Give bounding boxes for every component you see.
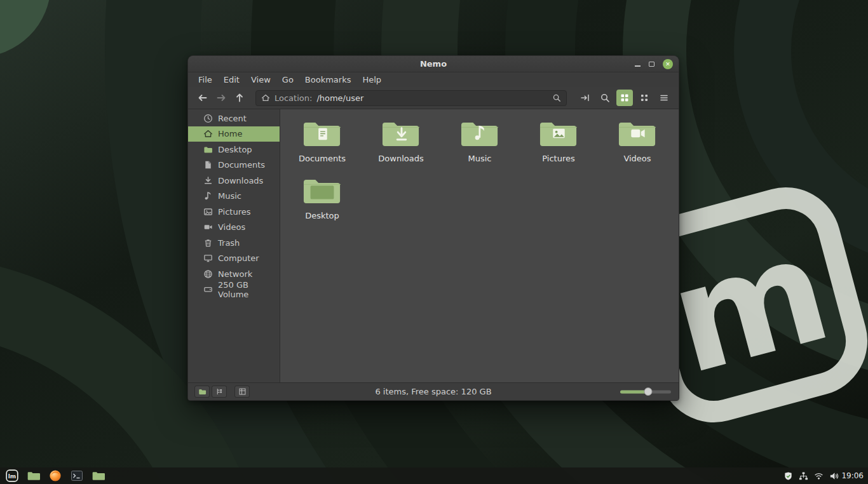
compact-view-button[interactable] (636, 90, 653, 106)
volume-icon (829, 471, 839, 481)
zoom-slider-track[interactable] (620, 390, 671, 393)
folder-icon (203, 145, 213, 154)
menu-edit[interactable]: Edit (218, 72, 245, 87)
mint-logo-icon: lm (6, 469, 18, 482)
sidebar-item-recent[interactable]: Recent (188, 111, 280, 126)
location-bar[interactable]: Location: /home/user (255, 90, 567, 106)
menu-button[interactable] (656, 90, 672, 106)
file-view[interactable]: DocumentsDownloadsMusicPicturesVideosDes… (280, 109, 679, 382)
nemo-window-launcher[interactable] (91, 468, 106, 483)
close-button[interactable]: ✕ (663, 59, 673, 69)
terminal-launcher[interactable] (69, 468, 85, 483)
sidebar-item-label: Desktop (218, 145, 252, 154)
tree-icon (215, 387, 224, 396)
titlebar[interactable]: Nemo ✕ (188, 56, 679, 72)
arrow-up-icon (234, 93, 245, 103)
folder-icon (198, 387, 207, 396)
update-manager-tray-icon[interactable] (783, 471, 793, 481)
picture-icon (203, 207, 213, 217)
volume-tray-icon[interactable] (829, 471, 839, 481)
sidebar-item-label: Videos (218, 222, 245, 232)
toolbar: Location: /home/user (188, 87, 679, 109)
files-launcher[interactable] (26, 468, 41, 483)
sidebar-item-music[interactable]: Music (188, 189, 280, 205)
folder-download-icon (381, 119, 421, 149)
nemo-window: Nemo ✕ FileEditViewGoBookmarksHelp Locat… (188, 56, 679, 400)
menu-file[interactable]: File (193, 72, 218, 87)
menu-help[interactable]: Help (356, 72, 387, 87)
folder-music-icon (460, 119, 499, 149)
show-places-button[interactable] (194, 386, 210, 398)
video-icon (203, 222, 213, 232)
sidebar-item-label: Computer (218, 253, 259, 263)
window-title: Nemo (420, 59, 447, 69)
folder-desktop-icon (302, 177, 342, 206)
file-label: Documents (299, 154, 346, 163)
sidebar-item-label: 250 GB Volume (218, 280, 280, 299)
toggle-location-entry-button[interactable] (577, 90, 593, 106)
sidebar-item-trash[interactable]: Trash (188, 235, 280, 251)
file-label: Downloads (378, 154, 423, 163)
menu-go[interactable]: Go (276, 72, 299, 87)
network-tree-icon (799, 471, 808, 481)
search-icon[interactable] (552, 93, 561, 102)
file-music[interactable]: Music (440, 119, 519, 177)
sidebar-item-label: Recent (218, 114, 247, 123)
grid-view-icon (620, 93, 630, 103)
folder-video-icon (618, 119, 657, 149)
terminal-icon (71, 469, 83, 482)
sidebar-item-250-gb-volume[interactable]: 250 GB Volume (188, 282, 280, 298)
minimize-button[interactable] (635, 65, 641, 67)
sidebar-item-home[interactable]: Home (188, 126, 280, 142)
icon-view-button[interactable] (616, 90, 633, 106)
home-icon (261, 93, 270, 102)
sidebar-item-computer[interactable]: Computer (188, 251, 280, 267)
menu-bookmarks[interactable]: Bookmarks (299, 72, 357, 87)
back-button[interactable] (194, 90, 211, 106)
sidebar-item-desktop[interactable]: Desktop (188, 142, 280, 158)
show-treeview-button[interactable] (212, 386, 227, 398)
svg-text:lm: lm (8, 473, 16, 480)
zoom-slider-knob[interactable] (644, 387, 653, 396)
network-tray-icon[interactable] (799, 471, 808, 481)
file-desktop[interactable]: Desktop (283, 177, 362, 234)
forward-button[interactable] (213, 90, 229, 106)
hamburger-icon (659, 93, 669, 103)
download-icon (203, 176, 213, 185)
table-icon (238, 387, 247, 396)
up-button[interactable] (231, 90, 248, 106)
file-videos[interactable]: Videos (598, 119, 677, 177)
sidebar-item-label: Downloads (218, 176, 263, 185)
menu-view[interactable]: View (245, 72, 276, 87)
maximize-button[interactable] (649, 62, 654, 67)
compact-view-icon (639, 93, 649, 103)
sidebar-item-pictures[interactable]: Pictures (188, 204, 280, 220)
sidebar-item-label: Documents (218, 160, 265, 170)
file-pictures[interactable]: Pictures (519, 119, 598, 177)
firefox-icon (49, 469, 62, 482)
file-documents[interactable]: Documents (283, 119, 362, 177)
wireless-tray-icon[interactable] (814, 471, 824, 481)
sidebar-item-videos[interactable]: Videos (188, 220, 280, 236)
trash-icon (203, 238, 213, 248)
zoom-slider[interactable] (620, 387, 671, 396)
file-downloads[interactable]: Downloads (362, 119, 440, 177)
sidebar-item-label: Network (218, 269, 252, 279)
location-label: Location: (275, 93, 312, 103)
firefox-launcher[interactable] (48, 468, 63, 483)
clock[interactable]: 19:06 (841, 471, 864, 480)
menubar: FileEditViewGoBookmarksHelp (188, 72, 679, 87)
green-folder-icon (27, 471, 41, 481)
search-button[interactable] (597, 90, 613, 106)
network-icon (203, 269, 213, 279)
shield-check-icon (783, 471, 793, 481)
statusbar: 6 items, Free space: 120 GB (188, 382, 679, 400)
toggle-thumbnails-button[interactable] (234, 386, 250, 398)
desktop: m Nemo ✕ FileEditViewGoBookmarksHelp Loc… (0, 0, 868, 484)
disk-icon (203, 285, 213, 294)
sidebar-item-documents[interactable]: Documents (188, 158, 280, 173)
mint-menu-launcher[interactable]: lm (4, 468, 20, 483)
sidebar-item-downloads[interactable]: Downloads (188, 173, 280, 189)
sidebar-item-label: Home (218, 129, 242, 138)
file-label: Music (468, 154, 492, 163)
